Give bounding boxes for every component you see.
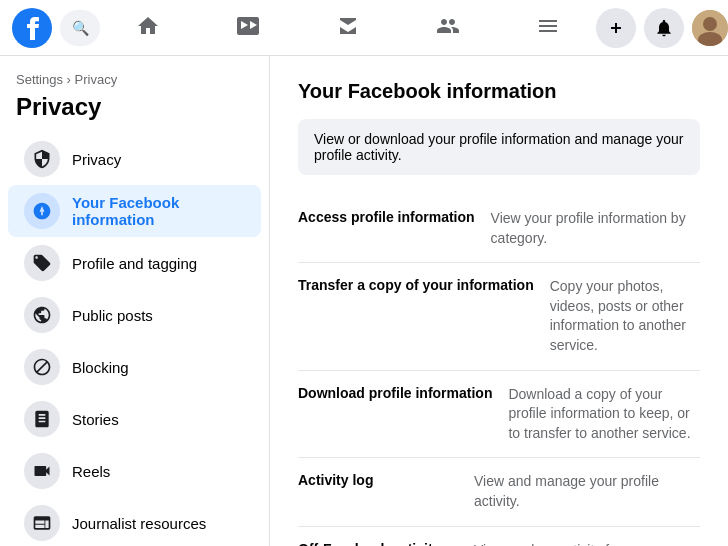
sidebar-item-reels-label: Reels [72, 463, 110, 480]
info-row-access-desc: View your profile information by categor… [491, 209, 700, 248]
sidebar-item-journalist[interactable]: Journalist resources [8, 497, 261, 546]
sidebar-item-blocking[interactable]: Blocking [8, 341, 261, 393]
page-layout: Settings › Privacy Privacy Privacy Your … [0, 56, 728, 546]
stories-icon [24, 401, 60, 437]
profile-tagging-icon [24, 245, 60, 281]
main-content: Your Facebook information View or downlo… [270, 56, 728, 546]
facebook-logo[interactable] [12, 8, 52, 48]
topnav-center [108, 0, 588, 56]
nav-groups[interactable] [408, 0, 488, 56]
public-posts-icon [24, 297, 60, 333]
topnav-right [596, 8, 728, 48]
info-row-transfer-desc: Copy your photos, videos, posts or other… [550, 277, 700, 355]
blocking-icon [24, 349, 60, 385]
info-row-transfer[interactable]: Transfer a copy of your information Copy… [298, 263, 700, 370]
info-row-off-facebook[interactable]: Off-Facebook activity View or clear acti… [298, 527, 700, 546]
nav-marketplace[interactable] [308, 0, 388, 56]
nav-home[interactable] [108, 0, 188, 56]
sidebar-item-reels[interactable]: Reels [8, 445, 261, 497]
nav-watch[interactable] [208, 0, 288, 56]
info-row-download-desc: Download a copy of your profile informat… [508, 385, 700, 444]
privacy-icon [24, 141, 60, 177]
sidebar-item-blocking-label: Blocking [72, 359, 129, 376]
create-button[interactable] [596, 8, 636, 48]
sidebar-item-privacy[interactable]: Privacy [8, 133, 261, 185]
sidebar-item-privacy-label: Privacy [72, 151, 121, 168]
sidebar-item-public-posts-label: Public posts [72, 307, 153, 324]
sidebar-title: Privacy [0, 89, 269, 133]
fb-info-icon [24, 193, 60, 229]
breadcrumb: Settings › Privacy [0, 68, 269, 89]
sidebar-item-journalist-label: Journalist resources [72, 515, 206, 532]
sidebar-item-fb-info[interactable]: Your Facebook information [8, 185, 261, 237]
info-row-activity-log[interactable]: Activity log View and manage your profil… [298, 458, 700, 526]
info-row-download-label: Download profile information [298, 385, 492, 401]
topnav-left: 🔍 [12, 8, 100, 48]
info-row-access[interactable]: Access profile information View your pro… [298, 195, 700, 263]
info-row-transfer-label: Transfer a copy of your information [298, 277, 534, 293]
info-row-activity-log-label: Activity log [298, 472, 458, 488]
topnav: 🔍 [0, 0, 728, 56]
info-row-off-facebook-label: Off-Facebook activity [298, 541, 458, 546]
info-row-access-label: Access profile information [298, 209, 475, 225]
avatar[interactable] [692, 10, 728, 46]
info-rows: Access profile information View your pro… [298, 195, 700, 546]
notifications-button[interactable] [644, 8, 684, 48]
search-box[interactable]: 🔍 [60, 10, 100, 46]
sidebar-item-fb-info-label: Your Facebook information [72, 194, 245, 228]
section-title: Your Facebook information [298, 80, 700, 103]
svg-point-2 [703, 17, 717, 31]
info-banner: View or download your profile informatio… [298, 119, 700, 175]
info-row-off-facebook-desc: View or clear activity from businesses a… [474, 541, 700, 546]
sidebar-item-profile-tagging[interactable]: Profile and tagging [8, 237, 261, 289]
info-row-download[interactable]: Download profile information Download a … [298, 371, 700, 459]
reels-icon [24, 453, 60, 489]
sidebar-item-profile-tagging-label: Profile and tagging [72, 255, 197, 272]
search-icon: 🔍 [72, 20, 89, 36]
info-row-activity-log-desc: View and manage your profile activity. [474, 472, 700, 511]
sidebar-item-stories-label: Stories [72, 411, 119, 428]
sidebar-item-stories[interactable]: Stories [8, 393, 261, 445]
sidebar: Settings › Privacy Privacy Privacy Your … [0, 56, 270, 546]
sidebar-item-public-posts[interactable]: Public posts [8, 289, 261, 341]
nav-menu[interactable] [508, 0, 588, 56]
journalist-icon [24, 505, 60, 541]
